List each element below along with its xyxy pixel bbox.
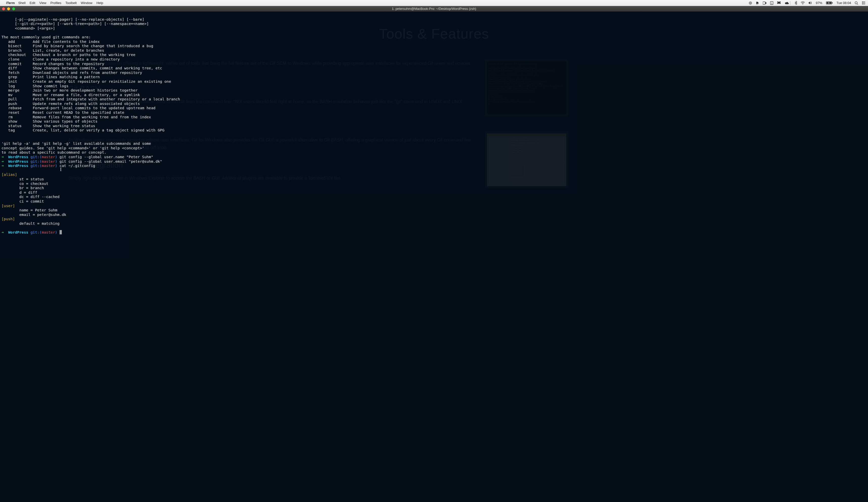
svg-rect-8 — [832, 2, 833, 3]
terminal-cursor — [60, 230, 62, 234]
terminal-content[interactable]: [-p|--paginate|--no-pager] [--no-replace… — [0, 12, 868, 502]
zoom-button[interactable] — [12, 7, 15, 10]
svg-point-15 — [862, 2, 863, 3]
menu-help[interactable]: Help — [96, 1, 103, 5]
git-help-line: concept guides. See 'git help <command>'… — [1, 146, 144, 150]
git-cmds-heading: The most commonly used git commands are: — [1, 35, 91, 39]
window-title: 1. petersuhm@MacBook-Pro: ~/Desktop/Word… — [0, 7, 868, 11]
git-usage-line: <command> [<args>] — [1, 26, 55, 30]
menu-shell[interactable]: Shell — [18, 1, 25, 5]
clock[interactable]: Tue 08:04 — [836, 1, 851, 5]
git-usage-line: [--git-dir=<path>] [--work-tree=<path>] … — [1, 21, 149, 26]
video-icon[interactable] — [763, 1, 767, 4]
battery-percent: 97% — [816, 1, 822, 5]
dropbox-icon[interactable] — [777, 1, 781, 5]
volume-icon[interactable] — [808, 1, 812, 4]
spotlight-icon[interactable] — [855, 1, 858, 5]
prompt-history: ➜ WordPress git:(master) git config --gl… — [1, 155, 162, 168]
menu-view[interactable]: View — [39, 1, 46, 5]
window-titlebar[interactable]: 1. petersuhm@MacBook-Pro: ~/Desktop/Word… — [0, 6, 868, 12]
text-cursor-icon: I — [60, 167, 62, 172]
app-menu[interactable]: iTerm — [6, 1, 14, 5]
git-commands-list: add Add file contents to the index bisec… — [1, 39, 180, 133]
minimize-button[interactable] — [7, 7, 10, 10]
svg-point-5 — [803, 4, 803, 4]
battery-icon[interactable] — [826, 1, 833, 4]
svg-point-16 — [862, 4, 863, 4]
cloud-icon[interactable] — [785, 1, 789, 4]
svg-line-10 — [857, 4, 858, 4]
traffic-lights — [2, 7, 15, 10]
menu-window[interactable]: Window — [81, 1, 92, 5]
svg-point-14 — [862, 1, 863, 2]
close-button[interactable] — [2, 7, 5, 10]
menu-toolbelt[interactable]: Toolbelt — [65, 1, 77, 5]
svg-text:1: 1 — [771, 2, 772, 4]
svg-point-9 — [855, 1, 857, 4]
git-usage-line: [-p|--paginate|--no-pager] [--no-replace… — [1, 17, 144, 21]
gitconfig-output: [alias] st = status co = checkout br = b… — [1, 172, 66, 226]
git-help-line: to read about a specific subcommand or c… — [1, 150, 106, 154]
current-prompt[interactable]: ➜ WordPress git:(master) — [1, 230, 62, 234]
menu-edit[interactable]: Edit — [30, 1, 35, 5]
onepassword-icon[interactable]: 1 — [770, 1, 773, 5]
svg-rect-2 — [763, 2, 765, 4]
bluetooth-icon[interactable] — [795, 1, 797, 5]
record-icon[interactable] — [749, 1, 752, 5]
evernote-icon[interactable] — [756, 1, 759, 5]
menu-profiles[interactable]: Profiles — [51, 1, 61, 5]
svg-point-1 — [750, 2, 751, 3]
notification-center-icon[interactable] — [862, 1, 866, 4]
mac-menubar: iTerm Shell Edit View Profiles Toolbelt … — [0, 0, 868, 6]
git-help-line: 'git help -a' and 'git help -g' list ava… — [1, 141, 151, 146]
wifi-icon[interactable] — [800, 1, 805, 4]
